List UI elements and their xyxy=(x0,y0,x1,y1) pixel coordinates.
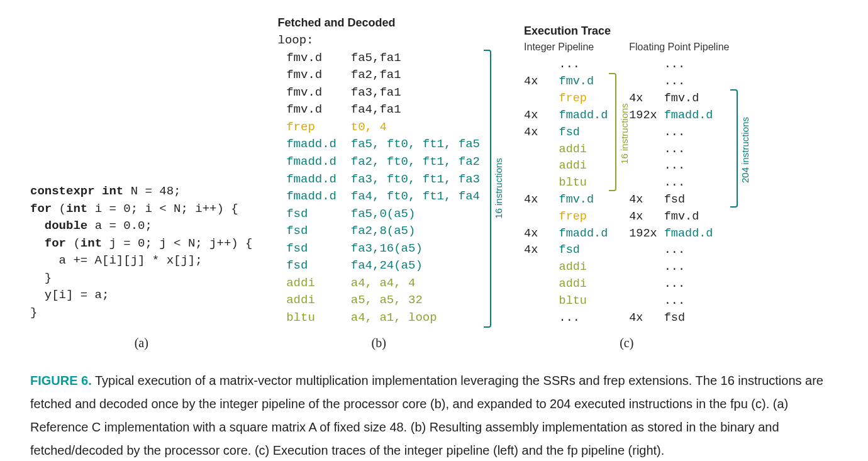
code-line: double a = 0.0; xyxy=(30,218,253,235)
asm-args: fa3,fa1 xyxy=(343,84,401,102)
asm-lines: fmv.d fa5,fa1fmv.d fa2,fa1fmv.d fa3,fa1f… xyxy=(278,50,481,327)
trace-count: 4x xyxy=(629,192,664,209)
trace-line: ... xyxy=(629,158,729,175)
asm-args: a4, a1, loop xyxy=(343,309,437,327)
trace-op: fmv.d xyxy=(664,91,699,108)
c-code-block: constexpr int N = 48;for (int i = 0; i <… xyxy=(30,183,253,321)
code-line: a += A[i][j] * x[j]; xyxy=(30,252,253,270)
trace-line: ... xyxy=(629,276,729,293)
trace-count xyxy=(629,74,664,91)
trace-op: fsd xyxy=(664,310,685,327)
trace-line: 4xfmv.d xyxy=(524,192,608,209)
trace-count: 4x xyxy=(524,108,559,125)
asm-op: fmv.d xyxy=(286,101,343,119)
trace-count xyxy=(524,276,559,293)
trace-line: 4xfmadd.d xyxy=(524,108,608,125)
trace-op: ... xyxy=(664,125,685,142)
int-pipeline-subtitle: Integer Pipeline xyxy=(524,40,608,54)
asm-loop-label: loop: xyxy=(278,32,481,50)
figure-panels: constexpr int N = 48;for (int i = 0; i <… xyxy=(30,15,838,352)
trace-count xyxy=(629,259,664,276)
trace-count: 4x xyxy=(629,209,664,226)
asm-op: frep xyxy=(286,119,343,136)
asm-op: fmadd.d xyxy=(286,153,343,171)
trace-count: 192x xyxy=(629,108,664,125)
trace-count: 4x xyxy=(524,125,559,142)
asm-args: a4, a4, 4 xyxy=(343,275,415,292)
trace-op: fmv.d xyxy=(559,74,594,91)
trace-count: 4x xyxy=(524,192,559,209)
code-line: y[i] = a; xyxy=(30,287,253,304)
trace-line: bltu xyxy=(524,175,608,192)
asm-op: fsd xyxy=(286,257,343,275)
fetched-decoded-header: Fetched and Decoded xyxy=(278,15,481,31)
trace-op: ... xyxy=(664,74,685,91)
int-pipeline-lines: ...4xfmv.d frep4xfmadd.d4xfsd addi addi … xyxy=(524,57,608,326)
figure-caption-text: Typical execution of a matrix-vector mul… xyxy=(30,374,823,457)
trace-line: 192xfmadd.d xyxy=(629,226,729,243)
asm-op: fmv.d xyxy=(286,50,343,67)
asm-args: fa3, ft0, ft1, fa3 xyxy=(343,171,480,189)
trace-op: bltu xyxy=(559,175,587,192)
code-line: constexpr int N = 48; xyxy=(30,183,253,201)
asm-op: addi xyxy=(286,292,343,309)
trace-op: fsd xyxy=(664,192,685,209)
trace-line: 4xfmadd.d xyxy=(524,226,608,243)
integer-pipeline-col: Integer Pipeline ...4xfmv.d frep4xfmadd.… xyxy=(524,40,608,326)
trace-count xyxy=(629,276,664,293)
trace-line: ... xyxy=(629,142,729,158)
trace-op: fmadd.d xyxy=(559,108,608,125)
trace-op: addi xyxy=(559,276,587,293)
trace-count: 4x xyxy=(524,74,559,91)
asm-line: fmv.d fa3,fa1 xyxy=(278,84,481,102)
trace-line: ... xyxy=(629,242,729,259)
trace-op: bltu xyxy=(559,293,587,310)
trace-op: addi xyxy=(559,259,587,276)
figure-caption: FIGURE 6. Typical execution of a matrix-… xyxy=(30,369,838,461)
asm-line: fmadd.d fa4, ft0, ft1, fa4 xyxy=(278,188,481,206)
trace-count: 4x xyxy=(524,226,559,243)
int-bracket-icon xyxy=(609,73,616,191)
trace-op: ... xyxy=(664,175,685,192)
trace-count xyxy=(524,259,559,276)
asm-line: fsd fa5,0(a5) xyxy=(278,206,481,223)
asm-op: fsd xyxy=(286,206,343,223)
asm-line: fmadd.d fa2, ft0, ft1, fa2 xyxy=(278,153,481,171)
asm-args: a5, a5, 32 xyxy=(343,292,422,309)
trace-line: ... xyxy=(629,259,729,276)
code-line: } xyxy=(30,270,253,287)
trace-line: 192xfmadd.d xyxy=(629,108,729,125)
trace-count xyxy=(629,293,664,310)
asm-args: fa4, ft0, ft1, fa4 xyxy=(343,188,480,206)
trace-line: 4xfsd xyxy=(524,242,608,259)
panel-b-label: (b) xyxy=(372,334,386,352)
asm-args: fa3,16(a5) xyxy=(343,240,422,258)
trace-line: addi xyxy=(524,158,608,175)
asm-line: fsd fa4,24(a5) xyxy=(278,257,481,275)
asm-line: addi a5, a5, 32 xyxy=(278,292,481,309)
asm-args: fa5,fa1 xyxy=(343,50,401,67)
trace-line: 4xfmv.d xyxy=(629,209,729,226)
trace-line: 4xfmv.d xyxy=(524,74,608,91)
trace-count xyxy=(629,125,664,142)
trace-line: addi xyxy=(524,142,608,158)
asm-args: fa5, ft0, ft1, fa5 xyxy=(343,136,480,153)
asm-op: fmv.d xyxy=(286,84,343,102)
asm-args: fa5,0(a5) xyxy=(343,206,415,223)
asm-line: fsd fa2,8(a5) xyxy=(278,223,481,240)
trace-count xyxy=(524,293,559,310)
code-line: for (int i = 0; i < N; i++) { xyxy=(30,201,253,218)
trace-line: ... xyxy=(524,57,608,74)
asm-args: fa4,fa1 xyxy=(343,101,401,119)
trace-count: 192x xyxy=(629,226,664,243)
bracket-16-label: 16 instructions xyxy=(492,158,505,219)
trace-count: 4x xyxy=(629,310,664,327)
figure-number-label: FIGURE 6. xyxy=(30,374,92,387)
trace-count xyxy=(524,158,559,175)
trace-op: addi xyxy=(559,142,587,158)
trace-count xyxy=(629,142,664,158)
asm-line: frep t0, 4 xyxy=(278,119,481,136)
panel-a: constexpr int N = 48;for (int i = 0; i <… xyxy=(30,183,253,352)
asm-line: fmadd.d fa5, ft0, ft1, fa5 xyxy=(278,136,481,153)
trace-op: fmadd.d xyxy=(559,226,608,243)
